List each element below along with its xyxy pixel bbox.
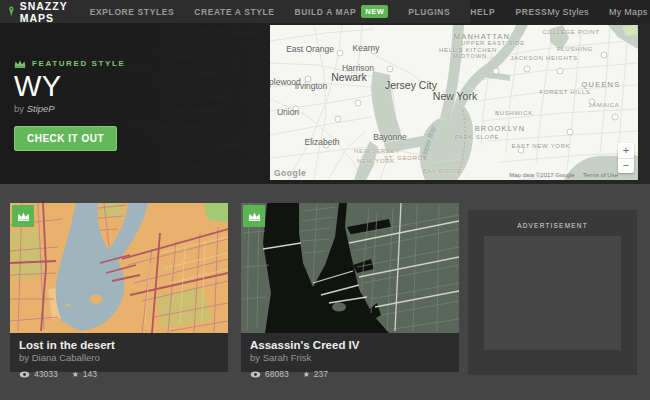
nav-item-explore-styles[interactable]: EXPLORE STYLES bbox=[90, 7, 174, 17]
page: SNAZZY MAPS EXPLORE STYLESCREATE A STYLE… bbox=[0, 0, 650, 400]
nav-item-build-a-map[interactable]: BUILD A MAPNEW bbox=[295, 5, 389, 18]
featured-crown-badge bbox=[243, 205, 265, 227]
nav-item-my-maps[interactable]: My Maps bbox=[609, 7, 648, 17]
google-logo: Google bbox=[274, 168, 306, 178]
card-map-preview bbox=[241, 203, 459, 333]
featured-crown-badge bbox=[12, 205, 34, 227]
card-stats: 43033 ★ 143 bbox=[19, 369, 219, 379]
stars-count: 237 bbox=[314, 369, 328, 379]
hero-content: FEATURED STYLE WY by StipeP CHECK IT OUT bbox=[14, 59, 125, 151]
stars-count: 143 bbox=[83, 369, 97, 379]
desert-map-graphic bbox=[10, 203, 228, 333]
card-map-preview bbox=[10, 203, 228, 333]
style-card-lost-in-the-desert[interactable]: Lost in the desert by Diana Caballero 43… bbox=[10, 203, 228, 372]
check-it-out-button[interactable]: CHECK IT OUT bbox=[14, 126, 117, 151]
brand-name: SNAZZY MAPS bbox=[20, 0, 72, 24]
featured-style-label: FEATURED STYLE bbox=[32, 59, 125, 68]
map-zoom-control: + − bbox=[618, 143, 634, 173]
dark-map-graphic bbox=[241, 203, 459, 333]
hero-section: Florham ParkLivingstonMadisonNew VernonC… bbox=[0, 23, 650, 184]
views-count: 68083 bbox=[265, 369, 289, 379]
navbar: SNAZZY MAPS EXPLORE STYLESCREATE A STYLE… bbox=[0, 0, 650, 23]
brand-logo[interactable]: SNAZZY MAPS bbox=[8, 0, 72, 24]
star-icon: ★ bbox=[72, 370, 79, 379]
stars-stat: ★ 143 bbox=[72, 369, 97, 379]
featured-map-preview[interactable]: East OrangeKearnyHarrisonNewarkMaplewood… bbox=[270, 25, 638, 180]
nav-item-my-styles[interactable]: My Styles bbox=[547, 7, 589, 17]
views-stat: 68083 bbox=[250, 369, 289, 379]
author-prefix: by bbox=[250, 352, 260, 363]
stars-stat: ★ 237 bbox=[303, 369, 328, 379]
map-attribution: Map data ©2017 Google bbox=[509, 172, 574, 178]
crown-icon bbox=[14, 59, 26, 68]
advertisement-panel: ADVERTISEMENT bbox=[468, 210, 637, 375]
author-name[interactable]: Sarah Frisk bbox=[263, 352, 312, 363]
views-stat: 43033 bbox=[19, 369, 58, 379]
featured-style-title: WY bbox=[14, 71, 125, 101]
byline-prefix: by bbox=[14, 103, 24, 114]
author-name[interactable]: Diana Caballero bbox=[32, 352, 100, 363]
card-info: Lost in the desert by Diana Caballero 43… bbox=[10, 333, 228, 379]
crown-icon bbox=[248, 211, 261, 221]
style-card-assassins-creed-iv[interactable]: Assassin's Creed IV by Sarah Frisk 68083… bbox=[241, 203, 459, 372]
nav-menu: EXPLORE STYLESCREATE A STYLEBUILD A MAPN… bbox=[90, 5, 547, 18]
nav-item-help[interactable]: HELP bbox=[470, 7, 495, 17]
card-title[interactable]: Assassin's Creed IV bbox=[250, 339, 450, 351]
card-author: by Diana Caballero bbox=[19, 352, 219, 363]
featured-style-author[interactable]: StipeP bbox=[27, 103, 55, 114]
map-graphic bbox=[270, 25, 638, 180]
card-stats: 68083 ★ 237 bbox=[250, 369, 450, 379]
zoom-out-button[interactable]: − bbox=[618, 159, 634, 174]
nav-item-create-a-style[interactable]: CREATE A STYLE bbox=[194, 7, 274, 17]
nav-item-press[interactable]: PRESS bbox=[515, 7, 547, 17]
eye-icon bbox=[19, 371, 30, 378]
nav-right-menu: My StylesMy MapsFavorites bbox=[547, 5, 650, 19]
nav-item-plugins[interactable]: PLUGINS bbox=[408, 7, 450, 17]
advertisement-label: ADVERTISEMENT bbox=[468, 210, 637, 229]
advertisement-placeholder[interactable] bbox=[484, 236, 621, 350]
terms-of-use-link[interactable]: Terms of Use bbox=[583, 172, 618, 178]
crown-icon bbox=[17, 211, 30, 221]
star-icon: ★ bbox=[303, 370, 310, 379]
featured-style-byline: by StipeP bbox=[14, 103, 125, 114]
views-count: 43033 bbox=[34, 369, 58, 379]
eye-icon bbox=[250, 371, 261, 378]
card-title[interactable]: Lost in the desert bbox=[19, 339, 219, 351]
zoom-in-button[interactable]: + bbox=[618, 143, 634, 158]
card-author: by Sarah Frisk bbox=[250, 352, 450, 363]
author-prefix: by bbox=[19, 352, 29, 363]
map-pin-icon bbox=[8, 3, 15, 20]
card-info: Assassin's Creed IV by Sarah Frisk 68083… bbox=[241, 333, 459, 379]
new-badge: NEW bbox=[361, 5, 388, 18]
